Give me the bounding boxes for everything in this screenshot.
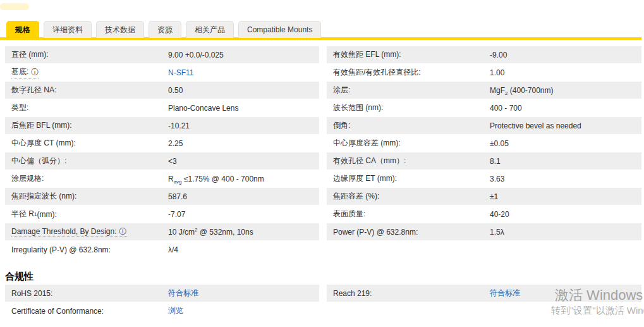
spec-value: 10 J/cm2 @ 532nm, 10ns: [168, 228, 253, 237]
cropped-yellow-button-remnant: [0, 3, 29, 10]
spec-label: 数字孔径 NA:: [11, 85, 56, 96]
table-row: 中心偏（弧分）:<3: [5, 152, 319, 170]
spec-value: 0.50: [168, 86, 183, 95]
spec-label: 有效焦距 EFL (mm):: [333, 49, 401, 60]
spec-value: 3.63: [490, 175, 504, 183]
table-row: Power (P-V) @ 632.8nm:1.5λ: [327, 223, 641, 240]
tab-details[interactable]: 详细资料: [44, 21, 92, 38]
spec-value: 1.5λ: [490, 228, 504, 237]
compliance-heading: 合规性: [5, 271, 33, 283]
spec-label: 直径 (mm):: [11, 49, 49, 60]
spec-label: 焦距指定波长 (nm):: [11, 191, 76, 202]
table-row: 后焦距 BFL (mm):-10.21: [5, 117, 319, 134]
spec-label: Power (P-V) @ 632.8nm:: [333, 228, 418, 237]
table-row: 边缘厚度 ET (mm):3.63: [327, 170, 641, 187]
spec-label: 半径 R1 (mm):: [11, 209, 57, 219]
tab-technical-data[interactable]: 技术数据: [96, 21, 144, 38]
spec-value: Protective bevel as needed: [490, 121, 581, 130]
spec-value: λ/4: [168, 245, 178, 254]
table-row: Damage Threshold, By Design:ⓘ10 J/cm2 @ …: [5, 223, 319, 240]
spec-value-link[interactable]: 符合标准: [490, 288, 520, 299]
windows-activation-watermark-line2: 转到"设置"以激活 Windows: [551, 305, 644, 317]
table-row: 类型:Plano-Concave Lens: [5, 99, 319, 116]
spec-label: 中心厚度 CT (mm):: [11, 138, 76, 149]
spec-label: 有效焦距/有效孔径直径比:: [333, 67, 421, 78]
spec-label: 波长范围 (nm):: [333, 102, 383, 113]
table-row: 中心厚度容差 (mm):±0.05: [327, 135, 641, 152]
spec-table-left-column: 直径 (mm):9.00 +0.0/-0.025基底:ⓘN-SF11数字孔径 N…: [5, 46, 319, 259]
table-row: 焦距容差 (%):±1: [327, 188, 641, 205]
tab-specs[interactable]: 规格: [6, 21, 39, 38]
table-row: [327, 241, 641, 258]
spec-value-link[interactable]: N-SF11: [168, 68, 193, 77]
spec-value: 40-20: [490, 210, 509, 219]
spec-value: -10.21: [168, 121, 190, 130]
spec-value: MgF2 (400-700nm): [490, 86, 554, 95]
spec-table-right-column: 有效焦距 EFL (mm):-9.00有效焦距/有效孔径直径比:1.00涂层:M…: [327, 46, 641, 259]
spec-value: ±0.05: [490, 139, 509, 148]
spec-value: Ravg ≤1.75% @ 400 - 700nm: [168, 175, 264, 183]
spec-label: Certificate of Conformance:: [11, 307, 104, 316]
spec-value: -7.07: [168, 210, 185, 219]
table-row: 有效焦距/有效孔径直径比:1.00: [327, 64, 641, 81]
table-row: 涂层:MgF2 (400-700nm): [327, 82, 641, 99]
spec-value: ±1: [490, 192, 498, 201]
spec-label-text: 基底:: [11, 66, 28, 77]
table-row: RoHS 2015:符合标准: [5, 285, 319, 302]
table-row: 数字孔径 NA:0.50: [5, 82, 319, 99]
spec-label: RoHS 2015:: [11, 289, 52, 298]
table-row: 中心厚度 CT (mm):2.25: [5, 135, 319, 152]
spec-value: 587.6: [168, 192, 187, 201]
compliance-left-column: RoHS 2015:符合标准Certificate of Conformance…: [5, 285, 319, 320]
tab-related-products[interactable]: 相关产品: [186, 21, 234, 38]
spec-label: Damage Threshold, By Design:ⓘ: [11, 227, 127, 237]
spec-label: 基底:ⓘ: [11, 66, 39, 78]
table-row: 基底:ⓘN-SF11: [5, 64, 319, 81]
spec-value-link[interactable]: 符合标准: [168, 288, 198, 299]
table-row: 半径 R1 (mm):-7.07: [5, 206, 319, 223]
tab-compatible-mounts[interactable]: Compatible Mounts: [238, 21, 321, 38]
table-row: 波长范围 (nm):400 - 700: [327, 99, 641, 116]
spec-value: 9.00 +0.0/-0.025: [168, 51, 224, 59]
spec-value: 8.1: [490, 157, 501, 166]
spec-value: -9.00: [490, 51, 507, 59]
table-row: 表面质量:40-20: [327, 206, 641, 223]
spec-value-link[interactable]: 浏览: [168, 305, 183, 316]
table-row: 焦距指定波长 (nm):587.6: [5, 188, 319, 205]
spec-label: 倒角:: [333, 120, 350, 131]
spec-value: 400 - 700: [490, 104, 522, 113]
spec-value: Plano-Concave Lens: [168, 104, 238, 113]
info-icon[interactable]: ⓘ: [31, 68, 39, 76]
spec-label: 涂层:: [333, 85, 350, 96]
table-row: 有效孔径 CA（mm）:8.1: [327, 152, 641, 170]
table-row: 直径 (mm):9.00 +0.0/-0.025: [5, 46, 319, 63]
spec-value: <3: [168, 157, 177, 166]
spec-value: 1.00: [490, 68, 504, 77]
spec-label: 中心偏（弧分）:: [11, 156, 66, 166]
spec-label: 有效孔径 CA（mm）:: [333, 156, 406, 166]
spec-label: Reach 219:: [333, 289, 372, 298]
spec-label: 后焦距 BFL (mm):: [11, 120, 72, 131]
spec-label: 中心厚度容差 (mm):: [333, 138, 401, 149]
table-row: Irregularity (P-V) @ 632.8nm:λ/4: [5, 241, 319, 258]
table-row: 倒角:Protective bevel as needed: [327, 117, 641, 134]
spec-label: 焦距容差 (%):: [333, 191, 379, 202]
windows-activation-watermark-line1: 激活 Windows: [555, 286, 643, 305]
table-row: 有效焦距 EFL (mm):-9.00: [327, 46, 641, 63]
spec-label: 边缘厚度 ET (mm):: [333, 173, 397, 184]
spec-label: Irregularity (P-V) @ 632.8nm:: [11, 245, 111, 254]
spec-label-text: Damage Threshold, By Design:: [11, 227, 117, 236]
table-row: Certificate of Conformance:浏览: [5, 302, 319, 319]
spec-label: 涂层规格:: [11, 173, 44, 184]
spec-label: 类型:: [11, 102, 28, 113]
spec-label: 表面质量:: [333, 209, 365, 219]
tab-resources[interactable]: 资源: [149, 21, 181, 38]
tab-bar: 规格详细资料技术数据资源相关产品Compatible Mounts: [6, 21, 321, 38]
info-icon[interactable]: ⓘ: [119, 228, 127, 235]
table-row: 涂层规格:Ravg ≤1.75% @ 400 - 700nm: [5, 170, 319, 187]
spec-value: 2.25: [168, 139, 183, 148]
